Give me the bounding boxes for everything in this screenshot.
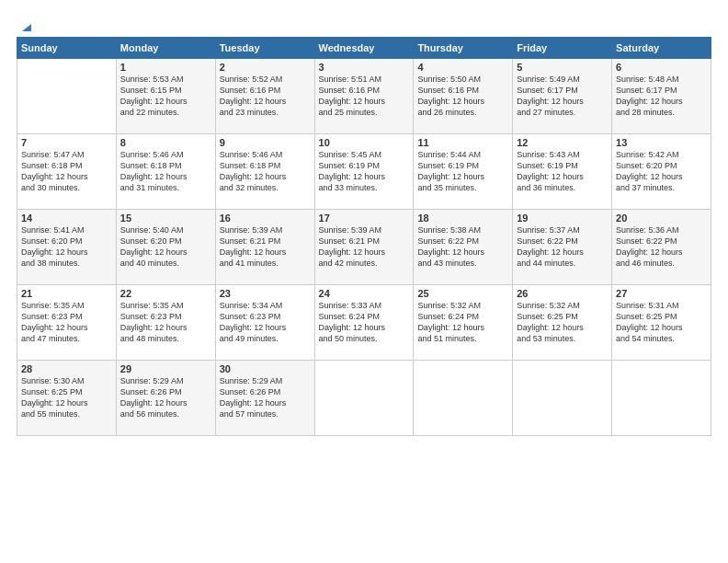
calendar-cell: 7Sunrise: 5:47 AM Sunset: 6:18 PM Daylig… bbox=[17, 134, 117, 210]
cell-content: Sunrise: 5:35 AM Sunset: 6:23 PM Dayligh… bbox=[21, 300, 112, 345]
calendar-cell: 2Sunrise: 5:52 AM Sunset: 6:16 PM Daylig… bbox=[215, 59, 314, 134]
week-row-0: 1Sunrise: 5:53 AM Sunset: 6:15 PM Daylig… bbox=[17, 59, 711, 134]
cell-content: Sunrise: 5:39 AM Sunset: 6:21 PM Dayligh… bbox=[220, 224, 311, 270]
calendar-cell: 18Sunrise: 5:38 AM Sunset: 6:22 PM Dayli… bbox=[414, 210, 513, 285]
day-number: 16 bbox=[220, 213, 311, 224]
calendar-body: 1Sunrise: 5:53 AM Sunset: 6:15 PM Daylig… bbox=[17, 59, 711, 436]
calendar-cell bbox=[314, 361, 414, 436]
day-number: 28 bbox=[21, 363, 112, 374]
calendar-cell: 3Sunrise: 5:51 AM Sunset: 6:16 PM Daylig… bbox=[314, 59, 414, 134]
day-number: 22 bbox=[120, 288, 211, 299]
calendar-header: SundayMondayTuesdayWednesdayThursdayFrid… bbox=[17, 38, 711, 59]
calendar-cell: 22Sunrise: 5:35 AM Sunset: 6:23 PM Dayli… bbox=[116, 285, 215, 361]
calendar-cell: 1Sunrise: 5:53 AM Sunset: 6:15 PM Daylig… bbox=[116, 59, 215, 134]
week-row-1: 7Sunrise: 5:47 AM Sunset: 6:18 PM Daylig… bbox=[17, 134, 711, 210]
calendar-cell: 15Sunrise: 5:40 AM Sunset: 6:20 PM Dayli… bbox=[116, 210, 215, 285]
day-number: 19 bbox=[517, 213, 608, 224]
col-header-wednesday: Wednesday bbox=[314, 38, 414, 59]
cell-content: Sunrise: 5:32 AM Sunset: 6:24 PM Dayligh… bbox=[417, 300, 508, 345]
logo-line1 bbox=[17, 17, 35, 33]
cell-content: Sunrise: 5:30 AM Sunset: 6:25 PM Dayligh… bbox=[21, 375, 112, 420]
day-number: 17 bbox=[319, 213, 410, 224]
cell-content: Sunrise: 5:47 AM Sunset: 6:18 PM Dayligh… bbox=[21, 149, 112, 194]
cell-content: Sunrise: 5:39 AM Sunset: 6:21 PM Dayligh… bbox=[319, 224, 410, 270]
cell-content: Sunrise: 5:48 AM Sunset: 6:17 PM Dayligh… bbox=[616, 74, 707, 119]
cell-content: Sunrise: 5:32 AM Sunset: 6:25 PM Dayligh… bbox=[517, 300, 608, 345]
day-number: 8 bbox=[120, 137, 211, 148]
calendar-cell: 14Sunrise: 5:41 AM Sunset: 6:20 PM Dayli… bbox=[17, 210, 117, 285]
calendar-cell: 21Sunrise: 5:35 AM Sunset: 6:23 PM Dayli… bbox=[17, 285, 117, 361]
cell-content: Sunrise: 5:42 AM Sunset: 6:20 PM Dayligh… bbox=[616, 149, 707, 194]
day-number: 1 bbox=[120, 62, 211, 73]
day-number: 12 bbox=[517, 137, 608, 148]
cell-content: Sunrise: 5:40 AM Sunset: 6:20 PM Dayligh… bbox=[120, 224, 211, 270]
calendar-cell: 16Sunrise: 5:39 AM Sunset: 6:21 PM Dayli… bbox=[215, 210, 314, 285]
cell-content: Sunrise: 5:29 AM Sunset: 6:26 PM Dayligh… bbox=[220, 375, 311, 420]
cell-content: Sunrise: 5:41 AM Sunset: 6:20 PM Dayligh… bbox=[21, 224, 112, 270]
col-header-sunday: Sunday bbox=[17, 38, 117, 59]
cell-content: Sunrise: 5:29 AM Sunset: 6:26 PM Dayligh… bbox=[120, 375, 211, 420]
calendar-cell: 28Sunrise: 5:30 AM Sunset: 6:25 PM Dayli… bbox=[17, 361, 117, 436]
col-header-tuesday: Tuesday bbox=[215, 38, 314, 59]
day-number: 23 bbox=[220, 288, 311, 299]
day-number: 10 bbox=[319, 137, 410, 148]
calendar-cell bbox=[513, 361, 612, 436]
calendar-cell: 27Sunrise: 5:31 AM Sunset: 6:25 PM Dayli… bbox=[612, 285, 711, 361]
calendar-cell: 20Sunrise: 5:36 AM Sunset: 6:22 PM Dayli… bbox=[612, 210, 711, 285]
day-number: 7 bbox=[21, 137, 112, 148]
calendar-cell bbox=[414, 361, 513, 436]
calendar-cell: 12Sunrise: 5:43 AM Sunset: 6:19 PM Dayli… bbox=[513, 134, 612, 210]
day-number: 6 bbox=[616, 62, 707, 73]
svg-marker-0 bbox=[22, 24, 31, 31]
day-number: 2 bbox=[220, 62, 311, 73]
calendar-cell: 29Sunrise: 5:29 AM Sunset: 6:26 PM Dayli… bbox=[116, 361, 215, 436]
week-row-3: 21Sunrise: 5:35 AM Sunset: 6:23 PM Dayli… bbox=[17, 285, 711, 361]
cell-content: Sunrise: 5:35 AM Sunset: 6:23 PM Dayligh… bbox=[120, 300, 211, 345]
day-number: 3 bbox=[319, 62, 410, 73]
calendar-cell: 5Sunrise: 5:49 AM Sunset: 6:17 PM Daylig… bbox=[513, 59, 612, 134]
cell-content: Sunrise: 5:46 AM Sunset: 6:18 PM Dayligh… bbox=[120, 149, 211, 194]
cell-content: Sunrise: 5:33 AM Sunset: 6:24 PM Dayligh… bbox=[319, 300, 410, 345]
calendar-cell: 23Sunrise: 5:34 AM Sunset: 6:23 PM Dayli… bbox=[215, 285, 314, 361]
calendar-cell: 10Sunrise: 5:45 AM Sunset: 6:19 PM Dayli… bbox=[314, 134, 414, 210]
cell-content: Sunrise: 5:31 AM Sunset: 6:25 PM Dayligh… bbox=[616, 300, 707, 345]
cell-content: Sunrise: 5:36 AM Sunset: 6:22 PM Dayligh… bbox=[616, 224, 707, 270]
calendar-cell: 17Sunrise: 5:39 AM Sunset: 6:21 PM Dayli… bbox=[314, 210, 414, 285]
cell-content: Sunrise: 5:37 AM Sunset: 6:22 PM Dayligh… bbox=[517, 224, 608, 270]
cell-content: Sunrise: 5:51 AM Sunset: 6:16 PM Dayligh… bbox=[319, 74, 410, 119]
calendar-cell: 11Sunrise: 5:44 AM Sunset: 6:19 PM Dayli… bbox=[414, 134, 513, 210]
header bbox=[17, 17, 711, 29]
day-number: 15 bbox=[120, 213, 211, 224]
day-number: 27 bbox=[616, 288, 707, 299]
cell-content: Sunrise: 5:52 AM Sunset: 6:16 PM Dayligh… bbox=[220, 74, 311, 119]
day-number: 9 bbox=[220, 137, 311, 148]
header-row: SundayMondayTuesdayWednesdayThursdayFrid… bbox=[17, 38, 711, 59]
day-number: 20 bbox=[616, 213, 707, 224]
day-number: 13 bbox=[616, 137, 707, 148]
day-number: 21 bbox=[21, 288, 112, 299]
calendar-cell bbox=[17, 59, 117, 134]
calendar-cell: 13Sunrise: 5:42 AM Sunset: 6:20 PM Dayli… bbox=[612, 134, 711, 210]
cell-content: Sunrise: 5:38 AM Sunset: 6:22 PM Dayligh… bbox=[417, 224, 508, 270]
calendar-cell: 9Sunrise: 5:46 AM Sunset: 6:18 PM Daylig… bbox=[215, 134, 314, 210]
calendar-cell: 8Sunrise: 5:46 AM Sunset: 6:18 PM Daylig… bbox=[116, 134, 215, 210]
day-number: 29 bbox=[120, 363, 211, 374]
calendar-cell: 26Sunrise: 5:32 AM Sunset: 6:25 PM Dayli… bbox=[513, 285, 612, 361]
calendar-cell: 25Sunrise: 5:32 AM Sunset: 6:24 PM Dayli… bbox=[414, 285, 513, 361]
day-number: 25 bbox=[417, 288, 508, 299]
cell-content: Sunrise: 5:46 AM Sunset: 6:18 PM Dayligh… bbox=[220, 149, 311, 194]
cell-content: Sunrise: 5:44 AM Sunset: 6:19 PM Dayligh… bbox=[417, 149, 508, 194]
col-header-friday: Friday bbox=[513, 38, 612, 59]
cell-content: Sunrise: 5:43 AM Sunset: 6:19 PM Dayligh… bbox=[517, 149, 608, 194]
logo bbox=[17, 17, 35, 29]
day-number: 11 bbox=[417, 137, 508, 148]
col-header-thursday: Thursday bbox=[414, 38, 513, 59]
day-number: 30 bbox=[220, 363, 311, 374]
day-number: 5 bbox=[517, 62, 608, 73]
cell-content: Sunrise: 5:49 AM Sunset: 6:17 PM Dayligh… bbox=[517, 74, 608, 119]
day-number: 4 bbox=[417, 62, 508, 73]
logo-arrow-icon bbox=[18, 17, 35, 33]
calendar-cell bbox=[612, 361, 711, 436]
cell-content: Sunrise: 5:53 AM Sunset: 6:15 PM Dayligh… bbox=[120, 74, 211, 119]
day-number: 24 bbox=[319, 288, 410, 299]
